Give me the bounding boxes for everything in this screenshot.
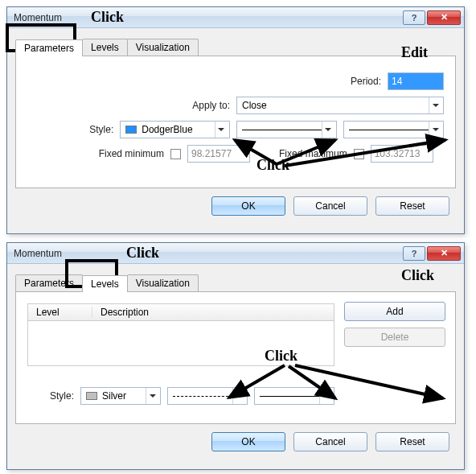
chevron-down-icon (319, 388, 332, 404)
add-button[interactable]: Add (344, 302, 445, 321)
style-width-select[interactable] (254, 387, 334, 405)
delete-button: Delete (344, 328, 445, 347)
tab-parameters[interactable]: Parameters (15, 274, 83, 291)
reset-button[interactable]: Reset (375, 432, 449, 451)
chevron-down-icon (322, 122, 334, 138)
style-color-value: Silver (102, 390, 126, 402)
style-label: Style: (27, 124, 113, 135)
help-icon[interactable] (403, 246, 425, 261)
dialog-body: Parameters Levels Visualization Period: … (7, 28, 464, 233)
chevron-down-icon (429, 97, 441, 113)
fixedmin-input[interactable] (187, 145, 250, 163)
chevron-down-icon (146, 388, 158, 404)
ok-button[interactable]: OK (211, 432, 285, 451)
close-icon[interactable] (427, 246, 461, 261)
dialog-buttons: OK Cancel Reset (15, 424, 456, 461)
style-line-select[interactable] (167, 387, 248, 405)
line-sample-icon (349, 130, 429, 130)
dialog-buttons: OK Cancel Reset (15, 188, 456, 225)
color-swatch-icon (125, 126, 137, 134)
color-swatch-icon (86, 392, 97, 400)
help-icon[interactable] (403, 10, 425, 25)
close-icon[interactable] (427, 10, 461, 25)
style-color-select[interactable]: DodgerBlue (120, 121, 230, 138)
ok-button[interactable]: OK (211, 196, 285, 216)
line-sample-icon (260, 396, 319, 397)
window-title: Momentum (14, 248, 403, 259)
fixedmax-checkbox[interactable] (354, 149, 364, 159)
line-sample-dashed-icon (173, 396, 232, 397)
tab-panel-levels: Level Description Add Delete Style: Silv… (15, 291, 456, 424)
tab-bar: Parameters Levels Visualization (15, 36, 456, 56)
fixedmax-input[interactable] (371, 145, 433, 163)
col-description[interactable]: Description (92, 307, 334, 318)
tab-panel-parameters: Period: Apply to: Close Style: DodgerBlu… (15, 56, 456, 188)
style-color-select[interactable]: Silver (80, 387, 161, 405)
col-level[interactable]: Level (28, 307, 92, 318)
reset-button[interactable]: Reset (375, 196, 449, 216)
style-color-value: DodgerBlue (142, 124, 192, 135)
chevron-down-icon (215, 122, 228, 138)
fixedmin-checkbox[interactable] (170, 149, 181, 159)
tab-parameters[interactable]: Parameters (15, 39, 83, 56)
style-label: Style: (27, 390, 74, 402)
window-title: Momentum (14, 12, 403, 23)
cancel-button[interactable]: Cancel (293, 432, 367, 451)
period-label: Period: (333, 76, 381, 87)
applyto-label: Apply to: (192, 100, 230, 111)
dialog-levels: Momentum Parameters Levels Visualization… (6, 242, 465, 470)
tab-visualization[interactable]: Visualization (127, 274, 199, 291)
period-input[interactable] (388, 72, 444, 90)
levels-list-body[interactable] (27, 321, 334, 366)
dialog-parameters: Momentum Parameters Levels Visualization… (6, 6, 465, 234)
tab-bar: Parameters Levels Visualization (15, 272, 456, 291)
tab-levels[interactable]: Levels (82, 39, 128, 56)
applyto-value: Close (242, 100, 267, 111)
line-sample-icon (242, 130, 322, 130)
applyto-select[interactable]: Close (236, 97, 444, 114)
titlebar[interactable]: Momentum (7, 243, 464, 264)
dialog-body: Parameters Levels Visualization Level De… (7, 264, 464, 469)
tab-levels[interactable]: Levels (82, 275, 128, 292)
fixedmax-label: Fixed maximum (279, 148, 347, 159)
titlebar[interactable]: Momentum (7, 7, 464, 28)
chevron-down-icon (429, 122, 441, 138)
style-line-select[interactable] (236, 121, 337, 138)
levels-list-header: Level Description (27, 303, 334, 321)
style-width-select[interactable] (343, 121, 444, 138)
tab-visualization[interactable]: Visualization (127, 39, 199, 56)
chevron-down-icon (232, 388, 245, 404)
fixedmin-label: Fixed minimum (27, 148, 164, 159)
cancel-button[interactable]: Cancel (293, 196, 367, 216)
